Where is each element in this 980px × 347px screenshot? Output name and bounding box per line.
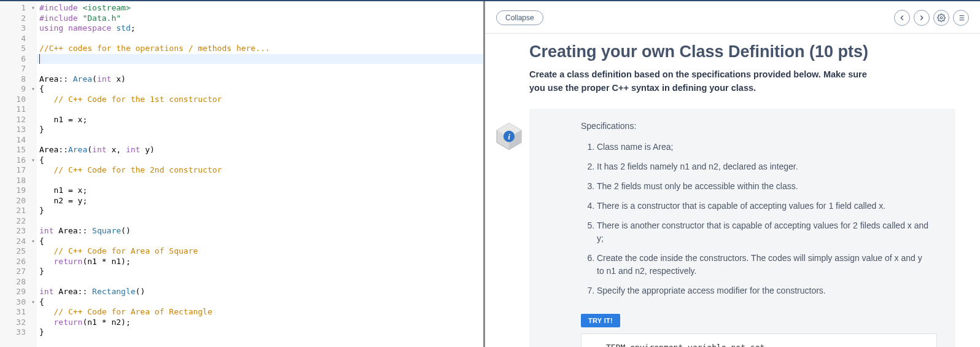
spec-item: There is another constructor that is cap… [597, 219, 937, 245]
line-number: 15 [0, 145, 37, 155]
line-number: 4 [0, 34, 37, 44]
code-line[interactable]: //C++ codes for the operations / methods… [37, 44, 483, 54]
code-line[interactable]: return(n1 * n1); [37, 257, 483, 267]
code-line[interactable]: #include <iostream> [37, 3, 483, 14]
line-number: 24 [0, 236, 37, 247]
line-number: 8 [0, 74, 37, 85]
code-line[interactable]: Area:: Area(int x) [37, 74, 483, 85]
terminal-output: TERM environment variable not set. [581, 333, 937, 347]
code-line[interactable]: { [37, 155, 483, 166]
line-number: 2 [0, 14, 37, 24]
spec-item: Specify the appropriate access modifier … [597, 284, 937, 297]
line-number: 14 [0, 135, 37, 146]
code-line[interactable]: #include "Data.h" [37, 14, 483, 24]
line-number: 11 [0, 104, 37, 115]
instruction-panel[interactable]: Collapse Creating your own Class Definit… [485, 1, 980, 347]
line-number: 33 [0, 327, 37, 338]
line-number: 29 [0, 287, 37, 297]
page-subtitle: Create a class definition based on the s… [529, 68, 873, 95]
code-line[interactable]: // C++ Code for the 1st constructor [37, 95, 483, 105]
code-line[interactable]: } [37, 125, 483, 135]
spec-item: It has 2 fields namely n1 and n2, declar… [597, 160, 937, 173]
line-number: 19 [0, 185, 37, 196]
code-line[interactable]: // C++ Code for Area of Square [37, 246, 483, 257]
svg-point-0 [940, 17, 943, 19]
spec-item: Create the code inside the constructors.… [597, 252, 937, 278]
spec-heading: Specifications: [581, 121, 937, 131]
code-line[interactable] [37, 34, 483, 44]
code-editor[interactable]: 1234567891011121314151617181920212223242… [0, 1, 485, 347]
code-line[interactable]: n2 = y; [37, 196, 483, 206]
code-line[interactable] [37, 64, 483, 74]
code-line[interactable]: } [37, 327, 483, 338]
code-line[interactable]: { [37, 297, 483, 308]
page-title: Creating your own Class Definition (10 p… [529, 42, 955, 61]
line-number: 5 [0, 44, 37, 54]
instruction-header: Collapse [485, 1, 980, 34]
line-number: 13 [0, 125, 37, 135]
code-line[interactable] [37, 216, 483, 227]
line-number: 26 [0, 257, 37, 267]
spec-item: The 2 fields must only be accessible wit… [597, 180, 937, 193]
line-number: 12 [0, 115, 37, 125]
header-controls [894, 10, 969, 26]
cursor [39, 54, 40, 64]
line-number: 31 [0, 307, 37, 318]
code-line[interactable]: using namespace std; [37, 23, 483, 34]
code-area[interactable]: #include <iostream>#include "Data.h"usin… [37, 1, 483, 347]
line-number: 7 [0, 64, 37, 74]
line-number: 32 [0, 318, 37, 328]
instruction-body: Creating your own Class Definition (10 p… [485, 34, 980, 347]
code-line[interactable]: n1 = x; [37, 115, 483, 125]
code-line[interactable] [37, 277, 483, 287]
code-line[interactable]: } [37, 206, 483, 216]
code-line[interactable]: return(n1 * n2); [37, 318, 483, 328]
line-number: 20 [0, 196, 37, 206]
settings-button[interactable] [933, 10, 949, 26]
line-number: 3 [0, 23, 37, 34]
line-number: 23 [0, 226, 37, 236]
code-line[interactable]: { [37, 84, 483, 95]
line-number: 1 [0, 3, 37, 14]
spec-item: There is a constructor that is capable o… [597, 200, 937, 212]
code-line[interactable] [37, 135, 483, 146]
spec-box: i Specifications: Class name is Area;It … [529, 109, 955, 347]
spec-item: Class name is Area; [597, 141, 937, 154]
spec-list: Class name is Area;It has 2 fields namel… [597, 141, 937, 297]
line-number: 6 [0, 54, 37, 64]
code-line[interactable]: } [37, 267, 483, 277]
code-line[interactable]: // C++ Code for the 2nd constructor [37, 165, 483, 176]
try-it-button[interactable]: TRY IT! [581, 314, 620, 327]
line-number: 27 [0, 267, 37, 277]
prev-button[interactable] [894, 10, 910, 26]
line-number: 9 [0, 84, 37, 95]
code-line[interactable] [37, 54, 483, 64]
code-line[interactable] [37, 104, 483, 115]
code-line[interactable]: int Area:: Rectangle() [37, 287, 483, 297]
gutter: 1234567891011121314151617181920212223242… [0, 1, 37, 347]
code-line[interactable] [37, 176, 483, 186]
line-number: 30 [0, 297, 37, 308]
line-number: 10 [0, 95, 37, 105]
line-number: 16 [0, 155, 37, 166]
line-number: 22 [0, 216, 37, 227]
collapse-button[interactable]: Collapse [496, 10, 543, 25]
line-number: 18 [0, 176, 37, 186]
line-number: 25 [0, 246, 37, 257]
code-line[interactable]: int Area:: Square() [37, 226, 483, 236]
line-number: 21 [0, 206, 37, 216]
code-line[interactable]: n1 = x; [37, 185, 483, 196]
list-button[interactable] [953, 10, 969, 26]
code-line[interactable]: { [37, 236, 483, 247]
info-icon: i [494, 121, 524, 152]
svg-text:i: i [508, 132, 510, 141]
code-line[interactable]: Area::Area(int x, int y) [37, 145, 483, 155]
next-button[interactable] [914, 10, 930, 26]
line-number: 17 [0, 165, 37, 176]
line-number: 28 [0, 277, 37, 287]
code-line[interactable]: // C++ Code for Area of Rectangle [37, 307, 483, 318]
